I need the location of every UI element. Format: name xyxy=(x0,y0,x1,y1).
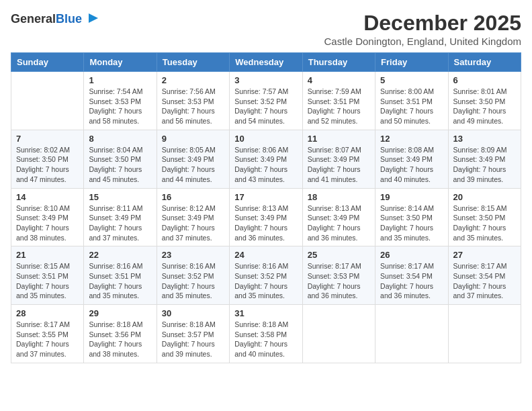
day-number: 13 xyxy=(453,134,516,144)
day-info: Sunrise: 8:05 AMSunset: 3:49 PMDaylight:… xyxy=(162,145,224,185)
title-block: December 2025 Castle Donington, England,… xyxy=(324,11,521,47)
calendar-cell: 3Sunrise: 7:57 AMSunset: 3:52 PMDaylight… xyxy=(230,72,302,130)
day-number: 31 xyxy=(234,308,297,318)
day-number: 20 xyxy=(453,192,516,202)
day-info: Sunrise: 8:18 AMSunset: 3:56 PMDaylight:… xyxy=(89,320,151,359)
day-number: 10 xyxy=(234,134,297,144)
weekday-header-sunday: Sunday xyxy=(11,53,84,72)
day-info: Sunrise: 8:10 AMSunset: 3:49 PMDaylight:… xyxy=(16,203,79,243)
logo: GeneralBlue xyxy=(11,11,101,28)
day-info: Sunrise: 8:06 AMSunset: 3:49 PMDaylight:… xyxy=(234,145,297,185)
calendar-week-row: 14Sunrise: 8:10 AMSunset: 3:49 PMDayligh… xyxy=(11,188,521,246)
calendar-cell: 11Sunrise: 8:07 AMSunset: 3:49 PMDayligh… xyxy=(302,130,375,188)
calendar-week-row: 28Sunrise: 8:17 AMSunset: 3:55 PMDayligh… xyxy=(11,305,521,363)
month-title: December 2025 xyxy=(324,11,521,36)
calendar-cell: 31Sunrise: 8:18 AMSunset: 3:58 PMDayligh… xyxy=(230,305,302,363)
calendar-cell: 1Sunrise: 7:54 AMSunset: 3:53 PMDaylight… xyxy=(84,72,157,130)
day-number: 1 xyxy=(89,75,151,85)
day-info: Sunrise: 7:54 AMSunset: 3:53 PMDaylight:… xyxy=(89,87,151,126)
day-info: Sunrise: 8:15 AMSunset: 3:50 PMDaylight:… xyxy=(453,203,516,243)
day-number: 21 xyxy=(16,250,79,260)
day-number: 19 xyxy=(380,192,443,202)
day-number: 6 xyxy=(453,75,516,85)
day-info: Sunrise: 8:07 AMSunset: 3:49 PMDaylight:… xyxy=(308,145,370,185)
day-info: Sunrise: 8:00 AMSunset: 3:51 PMDaylight:… xyxy=(380,87,443,126)
weekday-header-thursday: Thursday xyxy=(302,53,375,72)
calendar-cell: 7Sunrise: 8:02 AMSunset: 3:50 PMDaylight… xyxy=(11,130,84,188)
weekday-header-wednesday: Wednesday xyxy=(230,53,302,72)
day-info: Sunrise: 8:18 AMSunset: 3:58 PMDaylight:… xyxy=(234,320,297,359)
day-info: Sunrise: 8:16 AMSunset: 3:51 PMDaylight:… xyxy=(89,261,151,301)
day-number: 7 xyxy=(16,134,79,144)
calendar-cell: 28Sunrise: 8:17 AMSunset: 3:55 PMDayligh… xyxy=(11,305,84,363)
day-number: 27 xyxy=(453,250,516,260)
calendar-cell: 4Sunrise: 7:59 AMSunset: 3:51 PMDaylight… xyxy=(302,72,375,130)
day-number: 14 xyxy=(16,192,79,202)
day-number: 25 xyxy=(308,250,370,260)
calendar-cell: 26Sunrise: 8:17 AMSunset: 3:54 PMDayligh… xyxy=(375,246,448,305)
calendar-cell xyxy=(11,72,84,130)
calendar-cell: 29Sunrise: 8:18 AMSunset: 3:56 PMDayligh… xyxy=(84,305,157,363)
day-info: Sunrise: 8:01 AMSunset: 3:50 PMDaylight:… xyxy=(453,87,516,126)
day-number: 24 xyxy=(234,250,297,260)
calendar-cell: 20Sunrise: 8:15 AMSunset: 3:50 PMDayligh… xyxy=(448,188,521,246)
weekday-header-friday: Friday xyxy=(375,53,448,72)
day-info: Sunrise: 7:59 AMSunset: 3:51 PMDaylight:… xyxy=(308,87,370,126)
day-number: 2 xyxy=(162,75,224,85)
logo-general: GeneralBlue xyxy=(11,12,82,26)
day-number: 5 xyxy=(380,75,443,85)
day-number: 9 xyxy=(162,134,224,144)
calendar-cell: 8Sunrise: 8:04 AMSunset: 3:50 PMDaylight… xyxy=(84,130,157,188)
weekday-header-row: SundayMondayTuesdayWednesdayThursdayFrid… xyxy=(11,53,521,72)
calendar-cell: 24Sunrise: 8:16 AMSunset: 3:52 PMDayligh… xyxy=(230,246,302,305)
day-info: Sunrise: 8:15 AMSunset: 3:51 PMDaylight:… xyxy=(16,261,79,301)
weekday-header-saturday: Saturday xyxy=(448,53,521,72)
calendar-cell: 27Sunrise: 8:17 AMSunset: 3:54 PMDayligh… xyxy=(448,246,521,305)
calendar-cell: 16Sunrise: 8:12 AMSunset: 3:49 PMDayligh… xyxy=(157,188,229,246)
day-info: Sunrise: 8:17 AMSunset: 3:54 PMDaylight:… xyxy=(380,261,443,301)
calendar-cell: 17Sunrise: 8:13 AMSunset: 3:49 PMDayligh… xyxy=(230,188,302,246)
calendar-cell: 14Sunrise: 8:10 AMSunset: 3:49 PMDayligh… xyxy=(11,188,84,246)
calendar-week-row: 7Sunrise: 8:02 AMSunset: 3:50 PMDaylight… xyxy=(11,130,521,188)
calendar-cell: 2Sunrise: 7:56 AMSunset: 3:53 PMDaylight… xyxy=(157,72,229,130)
day-number: 15 xyxy=(89,192,151,202)
calendar-cell: 9Sunrise: 8:05 AMSunset: 3:49 PMDaylight… xyxy=(157,130,229,188)
day-number: 17 xyxy=(234,192,297,202)
location: Castle Donington, England, United Kingdo… xyxy=(324,36,521,47)
day-number: 30 xyxy=(162,308,224,318)
day-number: 28 xyxy=(16,308,79,318)
calendar-cell: 30Sunrise: 8:18 AMSunset: 3:57 PMDayligh… xyxy=(157,305,229,363)
calendar-table: SundayMondayTuesdayWednesdayThursdayFrid… xyxy=(11,52,521,363)
calendar-cell: 23Sunrise: 8:16 AMSunset: 3:52 PMDayligh… xyxy=(157,246,229,305)
calendar-cell xyxy=(448,305,521,363)
weekday-header-monday: Monday xyxy=(84,53,157,72)
calendar-cell: 12Sunrise: 8:08 AMSunset: 3:49 PMDayligh… xyxy=(375,130,448,188)
day-number: 16 xyxy=(162,192,224,202)
day-number: 3 xyxy=(234,75,297,85)
page-header: GeneralBlue December 2025 Castle Doningt… xyxy=(11,11,521,47)
day-info: Sunrise: 8:13 AMSunset: 3:49 PMDaylight:… xyxy=(308,203,370,243)
calendar-cell: 19Sunrise: 8:14 AMSunset: 3:50 PMDayligh… xyxy=(375,188,448,246)
day-number: 22 xyxy=(89,250,151,260)
day-info: Sunrise: 7:57 AMSunset: 3:52 PMDaylight:… xyxy=(234,87,297,126)
day-number: 8 xyxy=(89,134,151,144)
calendar-cell: 10Sunrise: 8:06 AMSunset: 3:49 PMDayligh… xyxy=(230,130,302,188)
weekday-header-tuesday: Tuesday xyxy=(157,53,229,72)
day-info: Sunrise: 8:16 AMSunset: 3:52 PMDaylight:… xyxy=(234,261,297,301)
day-info: Sunrise: 8:14 AMSunset: 3:50 PMDaylight:… xyxy=(380,203,443,243)
calendar-cell: 5Sunrise: 8:00 AMSunset: 3:51 PMDaylight… xyxy=(375,72,448,130)
day-info: Sunrise: 8:12 AMSunset: 3:49 PMDaylight:… xyxy=(162,203,224,243)
calendar-week-row: 21Sunrise: 8:15 AMSunset: 3:51 PMDayligh… xyxy=(11,246,521,305)
day-number: 11 xyxy=(308,134,370,144)
calendar-cell: 13Sunrise: 8:09 AMSunset: 3:49 PMDayligh… xyxy=(448,130,521,188)
day-info: Sunrise: 8:18 AMSunset: 3:57 PMDaylight:… xyxy=(162,320,224,359)
calendar-cell: 6Sunrise: 8:01 AMSunset: 3:50 PMDaylight… xyxy=(448,72,521,130)
day-number: 23 xyxy=(162,250,224,260)
day-info: Sunrise: 8:02 AMSunset: 3:50 PMDaylight:… xyxy=(16,145,79,185)
day-info: Sunrise: 8:16 AMSunset: 3:52 PMDaylight:… xyxy=(162,261,224,301)
day-info: Sunrise: 8:17 AMSunset: 3:55 PMDaylight:… xyxy=(16,320,79,359)
calendar-cell: 18Sunrise: 8:13 AMSunset: 3:49 PMDayligh… xyxy=(302,188,375,246)
day-number: 12 xyxy=(380,134,443,144)
day-info: Sunrise: 8:17 AMSunset: 3:54 PMDaylight:… xyxy=(453,261,516,301)
calendar-cell xyxy=(375,305,448,363)
